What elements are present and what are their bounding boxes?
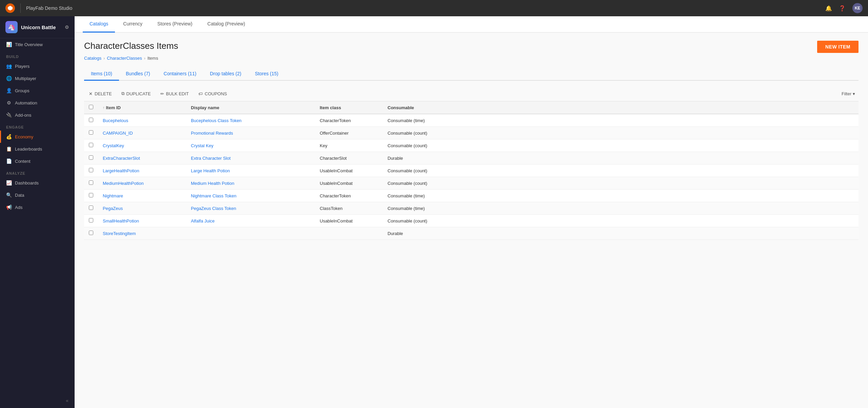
row-consumable: Durable	[383, 152, 859, 164]
bell-icon[interactable]: 🔔	[825, 5, 832, 12]
row-display-name: Extra Character Slot	[186, 152, 315, 164]
sidebar-collapse-button[interactable]: «	[0, 393, 75, 408]
row-display-name: Nightmare Class Token	[186, 190, 315, 202]
display-name-link[interactable]: Large Health Potion	[191, 168, 230, 173]
tab-catalogs[interactable]: Catalogs	[83, 16, 115, 33]
ads-icon: 📢	[6, 205, 12, 210]
breadcrumb-sep-2: ›	[144, 56, 145, 61]
row-item-class	[315, 227, 383, 240]
th-consumable: Consumable	[383, 101, 859, 114]
sort-asc-icon: ↑	[103, 105, 105, 110]
row-checkbox-cell	[84, 202, 98, 215]
display-name-link[interactable]: Crystal Key	[191, 143, 213, 148]
row-item-id: StoreTestingItem	[98, 227, 186, 240]
row-checkbox[interactable]	[89, 218, 93, 222]
help-icon[interactable]: ❓	[839, 5, 846, 12]
inner-tab-stores[interactable]: Stores (15)	[248, 67, 285, 81]
item-id-link[interactable]: PegaZeus	[103, 206, 123, 211]
settings-icon[interactable]: ⚙	[65, 24, 69, 30]
inner-tab-containers[interactable]: Containers (11)	[157, 67, 203, 81]
row-item-id: MediumHealthPotion	[98, 177, 186, 190]
duplicate-button[interactable]: ⧉ DUPLICATE	[117, 89, 156, 98]
display-name-link[interactable]: Extra Character Slot	[191, 156, 231, 161]
main-layout: 🦄 Unicorn Battle ⚙ 📊 Title Overview BUIL…	[0, 16, 868, 408]
item-id-link[interactable]: SmallHealthPotion	[103, 218, 139, 224]
inner-tabs: Items (10) Bundles (7) Containers (11) D…	[84, 67, 859, 81]
row-item-id: LargeHealthPotion	[98, 164, 186, 177]
inner-tab-bundles[interactable]: Bundles (7)	[119, 67, 157, 81]
tab-catalog-preview[interactable]: Catalog (Preview)	[201, 16, 252, 33]
delete-button[interactable]: ✕ DELETE	[84, 89, 117, 98]
sidebar-item-leaderboards[interactable]: 📋 Leaderboards	[0, 143, 75, 155]
row-checkbox[interactable]	[89, 118, 93, 122]
table-row: CrystalKey Crystal Key Key Consumable (c…	[84, 139, 859, 152]
row-checkbox[interactable]	[89, 231, 93, 235]
players-icon: 👥	[6, 63, 12, 69]
sidebar-item-addons[interactable]: 🔌 Add-ons	[0, 109, 75, 121]
row-checkbox[interactable]	[89, 193, 93, 197]
th-item-id: ↑ Item ID	[98, 101, 186, 114]
display-name-link[interactable]: Nightmare Class Token	[191, 193, 236, 198]
row-consumable: Consumable (time)	[383, 190, 859, 202]
row-checkbox[interactable]	[89, 180, 93, 185]
playfab-logo	[5, 3, 15, 13]
row-checkbox-cell	[84, 114, 98, 127]
table-row: SmallHealthPotion Alfalfa Juice UsableIn…	[84, 215, 859, 227]
inner-tab-items[interactable]: Items (10)	[84, 67, 119, 81]
row-item-id: CrystalKey	[98, 139, 186, 152]
select-all-checkbox[interactable]	[89, 105, 93, 109]
inner-tab-drop-tables[interactable]: Drop tables (2)	[203, 67, 248, 81]
row-checkbox[interactable]	[89, 206, 93, 210]
user-avatar[interactable]: KE	[852, 3, 863, 13]
row-display-name	[186, 227, 315, 240]
sidebar-item-label: Players	[15, 64, 29, 69]
sidebar-item-content[interactable]: 📄 Content	[0, 155, 75, 167]
row-checkbox[interactable]	[89, 168, 93, 172]
breadcrumb-characterclasses[interactable]: CharacterClasses	[107, 56, 142, 61]
item-id-link[interactable]: LargeHealthPotion	[103, 168, 139, 173]
topbar-title: PlayFab Demo Studio	[26, 5, 821, 11]
row-item-class: OfferContainer	[315, 127, 383, 139]
tab-currency[interactable]: Currency	[116, 16, 149, 33]
sidebar-item-ads[interactable]: 📢 Ads	[0, 201, 75, 213]
sidebar-item-economy[interactable]: 💰 Economy	[0, 131, 75, 143]
item-id-link[interactable]: CrystalKey	[103, 143, 124, 148]
sidebar-item-title-overview[interactable]: 📊 Title Overview	[0, 38, 75, 51]
sidebar-item-players[interactable]: 👥 Players	[0, 60, 75, 72]
bulk-edit-button[interactable]: ✏ BULK EDIT	[156, 89, 194, 98]
automation-icon: ⚙	[6, 100, 12, 105]
breadcrumb-catalogs[interactable]: Catalogs	[84, 56, 101, 61]
item-id-link[interactable]: Bucephelous	[103, 118, 128, 123]
table-row: Bucephelous Bucephelous Class Token Char…	[84, 114, 859, 127]
display-name-link[interactable]: Promotional Rewards	[191, 131, 233, 136]
topbar-divider	[20, 3, 21, 13]
sidebar-item-data[interactable]: 🔍 Data	[0, 189, 75, 201]
th-display-name: Display name	[186, 101, 315, 114]
sidebar-item-multiplayer[interactable]: 🌐 Multiplayer	[0, 72, 75, 84]
row-checkbox-cell	[84, 177, 98, 190]
new-item-button[interactable]: NEW ITEM	[817, 41, 859, 53]
sidebar-item-automation[interactable]: ⚙ Automation	[0, 97, 75, 109]
display-name-link[interactable]: Medium Health Potion	[191, 181, 234, 186]
sidebar-item-label: Groups	[15, 88, 29, 93]
multiplayer-icon: 🌐	[6, 76, 12, 81]
display-name-link[interactable]: PegaZeus Class Token	[191, 206, 236, 211]
sidebar-item-groups[interactable]: 👤 Groups	[0, 84, 75, 97]
sidebar-item-dashboards[interactable]: 📈 Dashboards	[0, 177, 75, 189]
coupons-button[interactable]: 🏷 COUPONS	[194, 89, 232, 98]
filter-button[interactable]: Filter ▾	[838, 89, 859, 98]
item-id-link[interactable]: MediumHealthPotion	[103, 181, 144, 186]
display-name-link[interactable]: Bucephelous Class Token	[191, 118, 241, 123]
row-checkbox[interactable]	[89, 130, 93, 135]
row-checkbox[interactable]	[89, 143, 93, 147]
row-display-name: Bucephelous Class Token	[186, 114, 315, 127]
row-item-id: ExtraCharacterSlot	[98, 152, 186, 164]
row-checkbox[interactable]	[89, 155, 93, 160]
item-id-link[interactable]: Nightmare	[103, 193, 123, 198]
breadcrumb-items: Items	[147, 56, 158, 61]
item-id-link[interactable]: StoreTestingItem	[103, 231, 136, 236]
item-id-link[interactable]: CAMPAIGN_ID	[103, 131, 133, 136]
item-id-link[interactable]: ExtraCharacterSlot	[103, 156, 140, 161]
display-name-link[interactable]: Alfalfa Juice	[191, 218, 215, 224]
tab-stores-preview[interactable]: Stores (Preview)	[151, 16, 199, 33]
